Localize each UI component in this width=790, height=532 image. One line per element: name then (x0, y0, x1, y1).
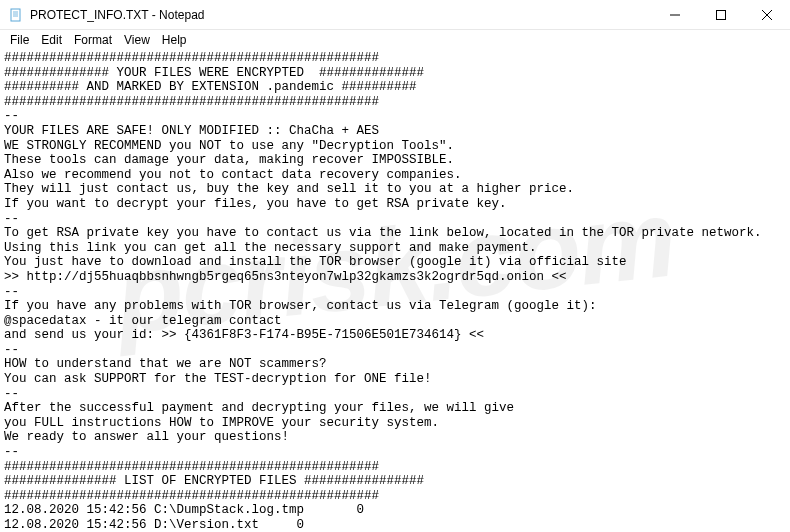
menu-format[interactable]: Format (68, 32, 118, 48)
notepad-icon (8, 7, 24, 23)
svg-rect-5 (717, 11, 726, 20)
window-controls (652, 0, 790, 29)
maximize-button[interactable] (698, 0, 744, 30)
text-area[interactable]: ########################################… (0, 50, 790, 532)
minimize-button[interactable] (652, 0, 698, 30)
titlebar: PROTECT_INFO.TXT - Notepad (0, 0, 790, 30)
menu-help[interactable]: Help (156, 32, 193, 48)
close-button[interactable] (744, 0, 790, 30)
menu-view[interactable]: View (118, 32, 156, 48)
window-title: PROTECT_INFO.TXT - Notepad (30, 8, 652, 22)
menubar: File Edit Format View Help (0, 30, 790, 50)
menu-file[interactable]: File (4, 32, 35, 48)
svg-rect-0 (11, 9, 20, 21)
menu-edit[interactable]: Edit (35, 32, 68, 48)
